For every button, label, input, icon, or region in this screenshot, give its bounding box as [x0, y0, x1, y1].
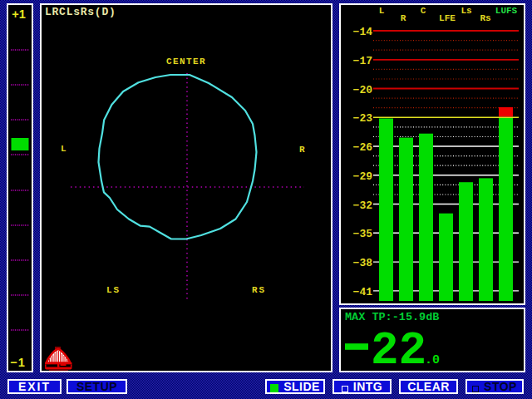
svg-text:L: L	[61, 144, 66, 154]
svg-text:−20: −20	[353, 84, 373, 96]
svg-text:R: R	[299, 145, 305, 155]
svg-text:LRCLsRs(D): LRCLsRs(D)	[45, 6, 116, 18]
svg-text:.0: .0	[425, 353, 440, 367]
svg-text:L: L	[379, 6, 385, 16]
svg-text:+1: +1	[12, 7, 26, 21]
svg-text:−17: −17	[353, 55, 372, 67]
svg-text:−29: −29	[353, 170, 373, 183]
svg-text:RS: RS	[252, 285, 266, 295]
svg-text:−32: −32	[353, 200, 373, 212]
svg-text:−14: −14	[353, 26, 373, 38]
svg-text:LFE: LFE	[439, 13, 456, 23]
svg-text:−26: −26	[353, 141, 373, 154]
svg-text:−41: −41	[353, 286, 373, 298]
svg-text:CENTER: CENTER	[166, 57, 206, 66]
svg-text:−35: −35	[353, 228, 373, 240]
svg-text:R: R	[401, 13, 406, 23]
svg-text:−38: −38	[353, 257, 373, 269]
svg-text:LUFS: LUFS	[495, 6, 518, 16]
svg-text:Rs: Rs	[480, 13, 490, 23]
svg-text:C: C	[421, 6, 426, 16]
svg-text:−23: −23	[353, 112, 373, 125]
svg-text:Ls: Ls	[461, 6, 471, 16]
svg-text:−1: −1	[10, 356, 26, 369]
svg-text:MAX TP:-15.9dB: MAX TP:-15.9dB	[345, 311, 439, 323]
svg-text:22: 22	[371, 324, 426, 372]
svg-text:LS: LS	[106, 285, 121, 295]
